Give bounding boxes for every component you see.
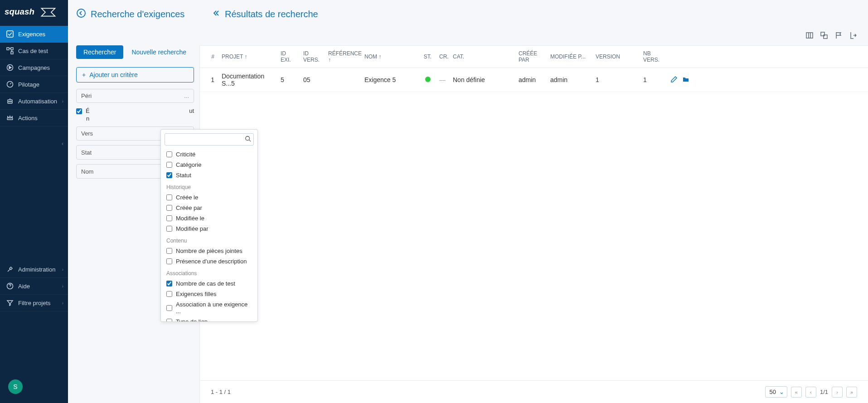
first-page-button[interactable]: «: [791, 387, 802, 398]
dropdown-checkbox[interactable]: [166, 319, 172, 321]
collapse-sidebar-button[interactable]: ‹: [0, 137, 68, 151]
dropdown-checkbox[interactable]: [166, 281, 172, 286]
svg-rect-12: [806, 33, 813, 38]
help-icon: [6, 282, 14, 290]
dropdown-item[interactable]: Type de lien: [165, 316, 254, 321]
dropdown-group: Contenu: [165, 234, 254, 246]
col-projet[interactable]: PROJET: [218, 53, 277, 60]
dropdown-item[interactable]: Statut: [165, 170, 254, 180]
scope-checkbox[interactable]: [76, 108, 82, 114]
next-page-button[interactable]: ›: [832, 387, 843, 398]
dropdown-item[interactable]: Modifiée par: [165, 223, 254, 234]
dropdown-checkbox[interactable]: [166, 248, 172, 254]
col-creee[interactable]: CRÉÉE PAR: [515, 50, 547, 63]
page-size-select[interactable]: 50: [765, 386, 787, 398]
dropdown-item[interactable]: Nombre de pièces jointes: [165, 246, 254, 256]
search-panel: Rechercher Nouvelle recherche + Ajouter …: [68, 45, 199, 403]
dropdown-group: Historique: [165, 180, 254, 192]
dropdown-item[interactable]: Association à une exigence ...: [165, 299, 254, 316]
chevron-right-icon: ›: [62, 267, 63, 272]
results-title: Résultats de recherche: [225, 9, 318, 19]
dropdown-checkbox[interactable]: [166, 194, 172, 200]
nav-actions[interactable]: Actions: [0, 110, 68, 126]
page-info: 1/1: [820, 388, 828, 395]
dropdown-item[interactable]: Nombre de cas de test: [165, 278, 254, 289]
result-range: 1 - 1 / 1: [211, 388, 231, 395]
dropdown-checkbox[interactable]: [166, 291, 172, 297]
col-cat[interactable]: CAT.: [449, 53, 515, 60]
last-page-button[interactable]: »: [846, 387, 857, 398]
link-icon[interactable]: [820, 31, 828, 41]
sidebar: squash Exigences Cas de test Campagnes P…: [0, 0, 68, 403]
dropdown-checkbox[interactable]: [166, 172, 172, 178]
new-search-link[interactable]: Nouvelle recherche: [131, 49, 186, 56]
col-reference[interactable]: RÉFÉRENCE: [325, 50, 361, 63]
tools-icon: [6, 266, 14, 273]
dropdown-checkbox[interactable]: [166, 215, 172, 221]
user-avatar[interactable]: S: [8, 379, 23, 394]
tree-icon: [6, 47, 14, 54]
criteria-dropdown: CriticitéCatégorieStatutHistoriqueCréée …: [160, 129, 258, 322]
nav-aide[interactable]: Aide ›: [0, 278, 68, 295]
check-square-icon: [6, 30, 14, 38]
dropdown-checkbox[interactable]: [166, 258, 172, 264]
dropdown-item[interactable]: Exigences filles: [165, 289, 254, 299]
dropdown-checkbox[interactable]: [166, 151, 172, 157]
dropdown-checkbox[interactable]: [166, 162, 172, 168]
edit-icon[interactable]: [670, 76, 678, 84]
dropdown-group: Associations: [165, 267, 254, 278]
export-icon[interactable]: [849, 31, 857, 41]
nav-administration[interactable]: Administration ›: [0, 261, 68, 278]
scope-checkbox-row: É ut: [76, 107, 194, 114]
chevron-right-icon: ›: [62, 99, 63, 104]
dropdown-item[interactable]: Criticité: [165, 149, 254, 160]
dropdown-item[interactable]: Créée le: [165, 192, 254, 203]
col-nom[interactable]: NOM: [361, 53, 420, 60]
table-row[interactable]: 1Documentation S...5505Exigence 5—Non dé…: [200, 68, 868, 92]
gauge-icon: [6, 81, 14, 88]
chevron-right-icon: ›: [62, 284, 63, 289]
dropdown-item[interactable]: Modifiée le: [165, 213, 254, 223]
dropdown-checkbox[interactable]: [166, 226, 172, 232]
dropdown-item[interactable]: Présence d'une description: [165, 256, 254, 267]
svg-rect-2: [7, 48, 9, 50]
col-num[interactable]: #: [200, 53, 218, 60]
collapse-results-icon[interactable]: [212, 9, 220, 19]
chevron-right-icon: ›: [62, 301, 63, 306]
nav-exigences[interactable]: Exigences: [0, 26, 68, 43]
col-idvers[interactable]: ID VERS.: [300, 50, 325, 63]
logo[interactable]: squash: [0, 0, 68, 26]
back-icon[interactable]: [76, 8, 86, 20]
nav-filtre-projets[interactable]: Filtre projets ›: [0, 295, 68, 311]
nav-campagnes[interactable]: Campagnes: [0, 59, 68, 76]
dropdown-item[interactable]: Catégorie: [165, 160, 254, 170]
svg-rect-4: [11, 52, 13, 54]
filter-icon: [6, 299, 14, 306]
nav-pilotage[interactable]: Pilotage: [0, 76, 68, 93]
search-button[interactable]: Rechercher: [76, 45, 123, 59]
dropdown-checkbox[interactable]: [166, 205, 172, 211]
columns-icon[interactable]: [805, 31, 814, 41]
col-nbvers[interactable]: NB VERS.: [640, 50, 667, 63]
dropdown-item[interactable]: Créée par: [165, 203, 254, 213]
nav-cas-de-test[interactable]: Cas de test: [0, 43, 68, 59]
col-modifiee[interactable]: MODIFIÉE P...: [547, 53, 592, 60]
dropdown-checkbox[interactable]: [166, 305, 172, 311]
svg-point-15: [246, 136, 250, 141]
nav-automatisation[interactable]: Automatisation ›: [0, 93, 68, 110]
prev-page-button[interactable]: ‹: [805, 387, 816, 398]
results-panel: # PROJET ID EXI. ID VERS. RÉFÉRENCE NOM …: [199, 45, 868, 403]
status-dot-icon: [425, 77, 431, 82]
folder-icon[interactable]: [682, 76, 689, 84]
col-cr[interactable]: CR.: [436, 53, 449, 60]
flag-icon[interactable]: [834, 31, 843, 41]
svg-rect-3: [11, 48, 13, 50]
dropdown-search-input[interactable]: [169, 136, 245, 143]
col-idexi[interactable]: ID EXI.: [277, 50, 300, 63]
svg-point-9: [10, 101, 11, 102]
table-header: # PROJET ID EXI. ID VERS. RÉFÉRENCE NOM …: [200, 45, 868, 68]
add-criteria-button[interactable]: + Ajouter un critère: [76, 67, 194, 83]
col-st[interactable]: ST.: [420, 53, 436, 60]
perimeter-field[interactable]: Péri ...: [76, 89, 194, 103]
col-version[interactable]: VERSION: [592, 53, 640, 60]
